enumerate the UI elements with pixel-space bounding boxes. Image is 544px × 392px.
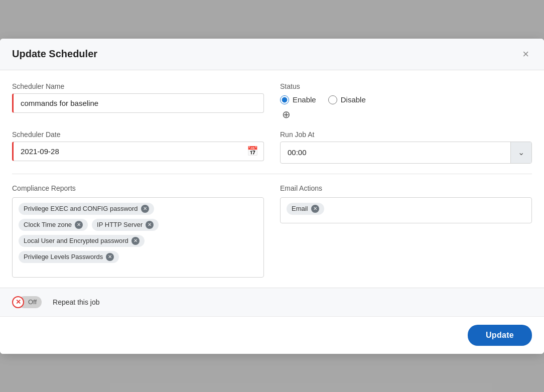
email-tag-box: Email ✕ [280, 197, 532, 223]
row-date-runjob: Scheduler Date 📅 Run Job At 00:00 01:00 … [12, 130, 532, 164]
run-job-wrapper: 00:00 01:00 02:00 06:00 12:00 ⌄ [280, 142, 532, 164]
scheduler-date-label: Scheduler Date [12, 130, 264, 139]
tag-privilege-exec-label: Privilege EXEC and CONFIG password [24, 205, 138, 212]
compliance-label: Compliance Reports [12, 184, 264, 192]
repeat-section: ✕ Off Repeat this job [0, 288, 544, 316]
col-run-job-at: Run Job At 00:00 01:00 02:00 06:00 12:00… [280, 130, 532, 164]
update-button[interactable]: Update [468, 325, 532, 346]
section-divider [12, 174, 532, 174]
row-name-status: Scheduler Name Status Enable Disable [12, 82, 532, 120]
toggle-x-button[interactable]: ✕ [12, 296, 24, 308]
tag-row-4: Privilege Levels Passwords ✕ [19, 251, 257, 263]
tag-local-user-label: Local User and Encrypted password [24, 237, 128, 244]
tag-clock-timezone: Clock Time zone ✕ [19, 219, 88, 231]
tag-remove-clock-timezone[interactable]: ✕ [75, 221, 83, 229]
col-compliance: Compliance Reports Privilege EXEC and CO… [12, 184, 264, 278]
disable-label: Disable [341, 95, 366, 104]
tag-local-user: Local User and Encrypted password ✕ [19, 235, 145, 247]
tag-privilege-levels-label: Privilege Levels Passwords [24, 253, 103, 260]
col-scheduler-name: Scheduler Name [12, 82, 264, 120]
tag-remove-email[interactable]: ✕ [311, 205, 319, 213]
enable-radio-label[interactable]: Enable [280, 95, 316, 104]
tag-email-label: Email [292, 205, 308, 212]
compliance-tags-box: Privilege EXEC and CONFIG password ✕ Clo… [12, 197, 264, 278]
col-email-actions: Email Actions Email ✕ [280, 184, 532, 278]
tag-remove-ip-http-server[interactable]: ✕ [146, 221, 154, 229]
repeat-label: Repeat this job [53, 298, 99, 306]
modal-title: Update Scheduler [12, 48, 97, 60]
tag-ip-http-server-label: IP HTTP Server [97, 221, 143, 228]
toggle-wrapper: ✕ Off [12, 296, 42, 308]
scheduler-name-input[interactable] [12, 93, 264, 113]
scheduler-date-input[interactable] [12, 142, 264, 161]
status-group: Enable Disable [280, 95, 532, 104]
tag-ip-http-server: IP HTTP Server ✕ [92, 219, 159, 231]
disable-radio[interactable] [328, 95, 337, 104]
tag-remove-privilege-exec[interactable]: ✕ [141, 205, 149, 213]
close-button[interactable]: × [519, 48, 532, 61]
tag-row-1: Privilege EXEC and CONFIG password ✕ [19, 203, 257, 215]
run-job-at-label: Run Job At [280, 130, 532, 139]
disable-radio-label[interactable]: Disable [328, 95, 366, 104]
tag-row-3: Local User and Encrypted password ✕ [19, 235, 257, 247]
date-input-wrapper: 📅 [12, 142, 264, 161]
tag-email: Email ✕ [287, 203, 324, 215]
row-compliance-email: Compliance Reports Privilege EXEC and CO… [12, 184, 532, 278]
status-label: Status [280, 82, 532, 90]
modal-overlay: Update Scheduler × Scheduler Name Status… [0, 0, 544, 392]
modal-footer: Update [0, 316, 544, 354]
tag-privilege-exec: Privilege EXEC and CONFIG password ✕ [19, 203, 154, 215]
col-scheduler-date: Scheduler Date 📅 [12, 130, 264, 164]
zoom-icon: ⊕ [282, 108, 532, 120]
tag-remove-local-user[interactable]: ✕ [131, 237, 140, 245]
tag-clock-timezone-label: Clock Time zone [24, 221, 72, 228]
tag-row-2: Clock Time zone ✕ IP HTTP Server ✕ [19, 219, 257, 231]
run-job-select[interactable]: 00:00 01:00 02:00 06:00 12:00 [281, 143, 510, 162]
modal-header: Update Scheduler × [0, 39, 544, 70]
tag-remove-privilege-levels[interactable]: ✕ [106, 253, 114, 261]
col-status: Status Enable Disable ⊕ [280, 82, 532, 120]
enable-label: Enable [293, 95, 316, 104]
email-actions-label: Email Actions [280, 184, 532, 192]
tag-privilege-levels: Privilege Levels Passwords ✕ [19, 251, 119, 263]
update-scheduler-modal: Update Scheduler × Scheduler Name Status… [0, 39, 544, 354]
enable-radio[interactable] [280, 95, 289, 104]
chevron-down-icon: ⌄ [510, 142, 531, 163]
modal-body: Scheduler Name Status Enable Disable [0, 70, 544, 278]
scheduler-name-label: Scheduler Name [12, 82, 264, 90]
